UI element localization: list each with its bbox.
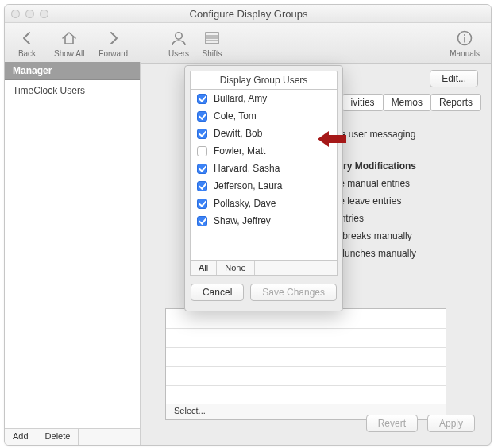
user-name: Shaw, Jeffrey <box>214 215 271 226</box>
minimize-icon[interactable] <box>25 10 34 18</box>
checkbox[interactable] <box>197 129 207 139</box>
user-name: Dewitt, Bob <box>214 128 262 139</box>
checkbox[interactable] <box>197 199 207 209</box>
select-button[interactable]: Select... <box>166 404 214 419</box>
list-item: Shaw, Jeffrey <box>191 212 337 230</box>
dialog-toolbar: All None <box>190 261 338 276</box>
chevron-left-icon <box>17 29 37 48</box>
all-button[interactable]: All <box>191 261 217 275</box>
checkbox[interactable] <box>197 216 207 226</box>
svg-point-0 <box>176 32 182 38</box>
user-name: Pollasky, Dave <box>214 198 276 209</box>
dialog-user-list[interactable]: Bullard, Amy Cole, Tom Dewitt, Bob Fowle… <box>190 89 338 261</box>
save-changes-button[interactable]: Save Changes <box>250 284 337 301</box>
user-name: Fowler, Matt <box>214 145 265 156</box>
toolbar-show-all[interactable]: Show All <box>54 29 84 58</box>
toolbar-forward[interactable]: Forward <box>98 29 128 58</box>
close-icon[interactable] <box>11 10 20 18</box>
traffic-lights <box>11 10 48 18</box>
list-item: Harvard, Sasha <box>191 160 337 177</box>
add-button[interactable]: Add <box>5 429 37 445</box>
list-item: Dewitt, Bob <box>191 125 337 142</box>
titlebar[interactable]: Configure Display Groups <box>5 5 491 23</box>
sidebar-header: Manager <box>5 62 140 80</box>
list-item: Pollasky, Dave <box>191 195 337 212</box>
sidebar: Manager TimeClock Users Add Delete <box>5 62 141 445</box>
sidebar-item-timeclock-users[interactable]: TimeClock Users <box>5 80 140 101</box>
checkbox[interactable] <box>197 146 207 156</box>
list-item: Fowler, Matt <box>191 142 337 160</box>
toolbar-back[interactable]: Back <box>14 29 40 58</box>
svg-marker-8 <box>318 131 346 147</box>
zoom-icon[interactable] <box>40 10 48 18</box>
checkbox[interactable] <box>197 181 207 191</box>
sidebar-footer: Add Delete <box>5 428 140 445</box>
info-icon <box>454 29 475 48</box>
user-name: Harvard, Sasha <box>214 163 280 174</box>
list-item: Bullard, Amy <box>191 90 337 107</box>
svg-rect-7 <box>464 37 465 42</box>
checkbox[interactable] <box>197 94 207 104</box>
delete-button[interactable]: Delete <box>37 429 79 445</box>
edit-button[interactable]: Edit... <box>430 70 478 87</box>
cancel-button[interactable]: Cancel <box>191 284 244 301</box>
toolbar: Back Show All Forward Users Shifts <box>5 23 491 64</box>
toolbar-manuals[interactable]: Manuals <box>450 29 480 58</box>
arrow-callout-icon <box>318 131 346 147</box>
tab-activities[interactable]: ivities <box>342 94 384 111</box>
tabs: ivities Memos Reports <box>343 94 481 111</box>
dialog-title: Display Group Users <box>190 71 338 89</box>
toolbar-shifts[interactable]: Shifts <box>199 29 225 58</box>
user-name: Cole, Tom <box>214 110 257 122</box>
tab-memos[interactable]: Memos <box>383 94 431 111</box>
checkbox[interactable] <box>197 164 207 174</box>
none-button[interactable]: None <box>217 261 254 275</box>
user-icon <box>168 29 189 48</box>
checkbox[interactable] <box>197 111 207 122</box>
revert-button[interactable]: Revert <box>366 415 418 432</box>
window-title: Configure Display Groups <box>48 8 449 20</box>
home-icon <box>59 29 79 48</box>
list-item: Cole, Tom <box>191 107 337 125</box>
list-icon <box>202 29 222 48</box>
dialog: Display Group Users Bullard, Amy Cole, T… <box>184 65 343 311</box>
toolbar-users[interactable]: Users <box>166 29 191 58</box>
user-name: Bullard, Amy <box>214 93 267 104</box>
list-item: Jefferson, Laura <box>191 177 337 195</box>
list-box <box>165 308 446 405</box>
tab-reports[interactable]: Reports <box>430 94 481 111</box>
chevron-right-icon <box>103 29 124 48</box>
svg-point-6 <box>464 33 465 35</box>
apply-button[interactable]: Apply <box>427 415 475 432</box>
user-name: Jefferson, Laura <box>214 180 283 191</box>
